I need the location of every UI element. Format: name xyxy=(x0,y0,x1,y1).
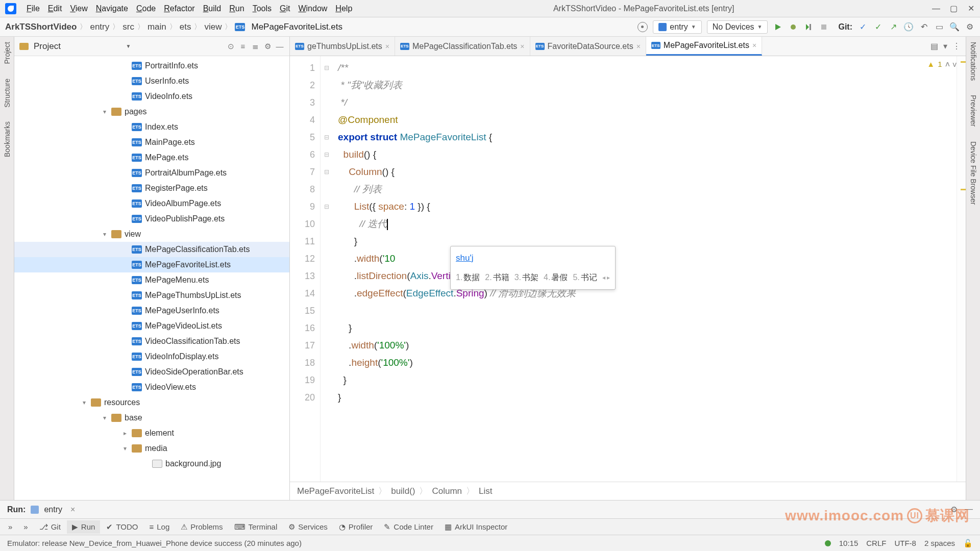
git-history-icon[interactable]: 🕓 xyxy=(903,22,914,32)
next-highlight-icon[interactable]: v xyxy=(953,60,957,68)
ime-popup[interactable]: shu'j1.数据2.书籍3.书架4.暑假5.书记◂ ▸ xyxy=(450,246,616,290)
bottom-tool-profiler[interactable]: ◔Profiler xyxy=(334,520,378,534)
breadcrumb-item[interactable]: ArkTSShortVideo xyxy=(5,22,77,32)
error-stripe[interactable] xyxy=(957,56,966,482)
breadcrumb-item[interactable]: main xyxy=(148,22,166,32)
close-tab-icon[interactable]: × xyxy=(385,42,389,51)
menu-edit[interactable]: Edit xyxy=(45,3,65,14)
git-commit-icon[interactable]: ✓ xyxy=(873,22,883,32)
chevron-down-icon[interactable]: ▼ xyxy=(126,43,131,49)
tree-file[interactable]: ETSPortraitAlbumPage.ets xyxy=(14,165,289,181)
collapse-all-icon[interactable]: ≣ xyxy=(251,42,260,51)
project-tree[interactable]: ETSPortraitInfo.etsETSUserInfo.etsETSVid… xyxy=(14,56,289,500)
bottom-tool-problems[interactable]: ⚠Problems xyxy=(176,520,228,534)
bottom-tool-todo[interactable]: ✔TODO xyxy=(101,520,143,534)
warning-marker[interactable] xyxy=(961,189,966,190)
right-gutter-notifications[interactable]: Notifications xyxy=(968,40,978,83)
editor-breadcrumb-item[interactable]: MePageFavoriteList xyxy=(297,486,374,496)
tree-file[interactable]: ETSMePageFavoriteList.ets xyxy=(14,257,289,272)
right-gutter-device-file-browser[interactable]: Device File Browser xyxy=(968,139,978,207)
menu-view[interactable]: View xyxy=(67,3,90,14)
bottom-tool-arkui-inspector[interactable]: ▦ArkUI Inspector xyxy=(439,520,512,534)
settings-icon[interactable]: ▭ xyxy=(934,22,944,32)
left-gutter-project[interactable]: Project xyxy=(2,40,12,66)
ime-candidates[interactable]: 1.数据2.书籍3.书架4.暑假5.书记◂ ▸ xyxy=(456,269,610,286)
tree-folder[interactable]: ▾media xyxy=(14,441,289,456)
git-pull-icon[interactable]: ✓ xyxy=(857,22,868,32)
left-gutter-structure[interactable]: Structure xyxy=(2,77,12,110)
bottom-tool-run[interactable]: ▶Run xyxy=(67,520,101,534)
tree-file[interactable]: background.jpg xyxy=(14,456,289,471)
bottom-tool-code-linter[interactable]: ✎Code Linter xyxy=(379,520,438,534)
prev-highlight-icon[interactable]: ʌ xyxy=(945,59,950,68)
bottom-tool-»[interactable]: » xyxy=(3,520,17,533)
close-button[interactable]: ✕ xyxy=(967,5,975,13)
device-select[interactable]: No Devices ▼ xyxy=(707,20,768,34)
file-encoding[interactable]: UTF-8 xyxy=(894,539,916,547)
gear-icon[interactable]: ⚙ xyxy=(965,22,975,32)
tree-file[interactable]: ETSMePageClassificationTab.ets xyxy=(14,242,289,257)
editor-tab[interactable]: ETSMePageClassificationTab.ets× xyxy=(395,37,530,56)
tree-file[interactable]: ETSMainPage.ets xyxy=(14,135,289,150)
editor-breadcrumb-item[interactable]: List xyxy=(479,486,492,496)
fold-gutter[interactable]: ⊟⊟⊟⊟⊟ xyxy=(321,56,333,482)
close-tab-icon[interactable]: × xyxy=(752,41,756,49)
tree-file[interactable]: ETSRegisterPage.ets xyxy=(14,181,289,196)
tree-file[interactable]: ETSVideoClassificationTab.ets xyxy=(14,334,289,349)
tree-file[interactable]: ETSVideoInfoDisplay.ets xyxy=(14,349,289,364)
git-rollback-icon[interactable]: ↶ xyxy=(919,22,929,32)
breadcrumb-item[interactable]: MePageFavoriteList.ets xyxy=(251,22,342,32)
expand-all-icon[interactable]: ≡ xyxy=(238,42,248,51)
left-gutter-bookmarks[interactable]: Bookmarks xyxy=(2,119,12,159)
select-opened-icon[interactable]: ⊙ xyxy=(226,42,235,51)
menu-run[interactable]: Run xyxy=(226,3,247,14)
hide-run-panel-icon[interactable]: — xyxy=(965,505,973,514)
menu-file[interactable]: File xyxy=(23,3,43,14)
right-gutter-previewer[interactable]: Previewer xyxy=(968,93,978,129)
bottom-tool-»[interactable]: » xyxy=(18,520,33,533)
tree-file[interactable]: ETSMePage.ets xyxy=(14,150,289,165)
caret-position[interactable]: 10:15 xyxy=(839,539,859,547)
menu-git[interactable]: Git xyxy=(277,3,293,14)
menu-tools[interactable]: Tools xyxy=(250,3,275,14)
run-settings-icon[interactable]: ⚙ xyxy=(950,505,958,514)
bottom-tool-log[interactable]: ≡Log xyxy=(144,520,175,533)
tree-folder[interactable]: ▾pages xyxy=(14,104,289,119)
breadcrumb-item[interactable]: entry xyxy=(90,22,109,32)
close-tab-icon[interactable]: × xyxy=(636,42,641,51)
bottom-tool-services[interactable]: ⚙Services xyxy=(283,520,333,534)
minimize-button[interactable]: — xyxy=(932,5,940,13)
menu-code[interactable]: Code xyxy=(133,3,159,14)
breadcrumb-item[interactable]: ets xyxy=(180,22,191,32)
more-tabs-icon[interactable]: ▤ xyxy=(930,41,938,51)
line-separator[interactable]: CRLF xyxy=(866,539,886,547)
readonly-lock-icon[interactable]: 🔓 xyxy=(963,539,973,548)
breadcrumb-item[interactable]: view xyxy=(204,22,222,32)
editor-breadcrumb-item[interactable]: Column xyxy=(432,486,462,496)
menu-window[interactable]: Window xyxy=(295,3,330,14)
tree-folder[interactable]: ▾base xyxy=(14,410,289,425)
tab-list-icon[interactable]: ▾ xyxy=(943,41,947,51)
tree-folder[interactable]: ▾view xyxy=(14,227,289,242)
editor-breadcrumb-item[interactable]: build() xyxy=(391,486,415,496)
tree-file[interactable]: ETSPortraitInfo.ets xyxy=(14,58,289,73)
code-content[interactable]: /** * "我"收藏列表 */@Componentexport struct … xyxy=(333,56,957,482)
menu-build[interactable]: Build xyxy=(200,3,225,14)
tree-file[interactable]: ETSVideoAlbumPage.ets xyxy=(14,196,289,211)
editor-tab[interactable]: ETSFavoriteDataSource.ets× xyxy=(530,37,646,56)
maximize-button[interactable]: ▢ xyxy=(949,5,958,13)
breadcrumb-item[interactable]: src xyxy=(122,22,134,32)
coverage-button[interactable] xyxy=(803,22,814,32)
run-button[interactable] xyxy=(773,22,783,32)
editor-tab[interactable]: ETSMePageFavoriteList.ets× xyxy=(646,37,762,56)
tree-file[interactable]: ETSVideoSideOperationBar.ets xyxy=(14,364,289,380)
close-run-tab-icon[interactable]: × xyxy=(70,505,75,514)
indent-setting[interactable]: 2 spaces xyxy=(924,539,955,547)
tree-file[interactable]: ETSMePageMenu.ets xyxy=(14,272,289,288)
status-indicator-icon[interactable] xyxy=(825,540,831,546)
git-push-icon[interactable]: ↗ xyxy=(888,22,898,32)
bottom-tool-terminal[interactable]: ⌨Terminal xyxy=(229,520,283,534)
menu-help[interactable]: Help xyxy=(332,3,355,14)
bottom-tool-git[interactable]: ⎇Git xyxy=(34,520,66,534)
tree-file[interactable]: ETSMePageVideoList.ets xyxy=(14,318,289,334)
